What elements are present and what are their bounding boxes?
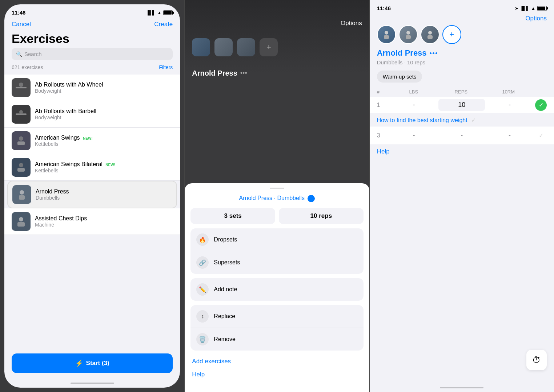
status-bar-1: 11:46 ▐▌▌ ▲ — [4, 4, 180, 18]
hint-row: How to find the best starting weight ✓ — [370, 114, 554, 127]
exercise-name-header: Arnold Press — [192, 69, 237, 77]
header-lbs: LBS — [390, 89, 437, 95]
dropsets-row[interactable]: 🔥 Dropsets — [190, 228, 363, 251]
exercise-thumb — [12, 105, 31, 124]
dropsets-icon: 🔥 — [196, 233, 209, 246]
replace-icon: ↕️ — [196, 310, 209, 323]
exercise-thumb — [12, 78, 31, 97]
three-dots-menu[interactable] — [430, 52, 437, 54]
create-button[interactable]: Create — [154, 21, 173, 28]
exercise-equipment: Dumbbells — [36, 195, 172, 201]
status-time-1: 11:46 — [12, 9, 25, 16]
add-exercises-button[interactable]: Add exercises — [185, 355, 369, 368]
sheet-title: Arnold Press · Dumbbells i — [185, 195, 369, 208]
add-note-label: Add note — [214, 286, 237, 293]
options-button-3[interactable]: Options — [525, 15, 547, 22]
warmup-sets-button[interactable]: Warm-up sets — [377, 71, 422, 83]
filters-button[interactable]: Filters — [159, 64, 173, 70]
new-badge: NEW! — [83, 136, 93, 140]
advanced-options-section: 🔥 Dropsets 🔗 Supersets — [190, 228, 363, 274]
add-media-button[interactable]: + — [260, 38, 278, 56]
exercise-equipment: Kettlebells — [35, 141, 173, 147]
sheet-handle — [270, 188, 284, 189]
list-item-selected[interactable]: Arnold Press Dumbbells — [7, 181, 177, 208]
svg-point-10 — [19, 217, 23, 221]
exercise-thumb — [12, 185, 31, 204]
list-item[interactable]: Ab Rollouts with Barbell Bodyweight — [4, 101, 180, 128]
svg-point-1 — [19, 83, 23, 87]
remove-row[interactable]: 🗑️ Remove — [190, 328, 363, 351]
svg-rect-11 — [17, 222, 25, 227]
svg-rect-15 — [406, 35, 411, 39]
exercise-thumb — [12, 158, 31, 177]
set-row-3: 3 - - - ✓ — [370, 127, 554, 144]
reps-button[interactable]: 10 reps — [279, 208, 364, 224]
cancel-button[interactable]: Cancel — [12, 21, 31, 28]
timer-button[interactable]: ⏱ — [526, 350, 547, 370]
add-note-row[interactable]: ✏️ Add note — [190, 278, 363, 301]
svg-rect-5 — [17, 141, 25, 145]
help-link[interactable]: Help — [370, 145, 554, 158]
set-reps[interactable]: 10 — [438, 99, 485, 111]
exercise-video-thumb-3[interactable] — [237, 38, 255, 56]
set-1rm: - — [486, 129, 533, 141]
page-title: Exercises — [4, 28, 180, 48]
set-lbs[interactable]: - — [391, 99, 437, 111]
svg-point-14 — [406, 31, 410, 35]
list-item[interactable]: American Swings NEW! Kettlebells — [4, 128, 180, 154]
set-row-1: 1 - 10 - ✓ — [370, 97, 554, 113]
complete-set-button[interactable]: ✓ — [535, 99, 547, 111]
exercise-avatar-1[interactable] — [377, 25, 396, 44]
exercise-info: American Swings Bilateral NEW! Kettlebel… — [35, 161, 173, 173]
hint-text[interactable]: How to find the best starting weight — [377, 117, 467, 123]
replace-row[interactable]: ↕️ Replace — [190, 305, 363, 328]
battery-icon — [163, 10, 173, 15]
exercise-info: Ab Rollouts with Barbell Bodyweight — [35, 108, 173, 120]
exercise-name: American Swings Bilateral NEW! — [35, 161, 173, 168]
search-placeholder: Search — [24, 51, 42, 57]
remove-icon: 🗑️ — [196, 333, 209, 345]
header-reps: REPS — [437, 89, 485, 95]
exercise-video-thumb-2[interactable] — [214, 38, 233, 56]
exercise-avatar-2[interactable] — [399, 25, 418, 44]
status-icons-3: ➤ ▐▌▌ ▲ — [515, 6, 547, 11]
exercise-video-thumb-1[interactable] — [192, 38, 210, 56]
exercise-equipment: Kettlebells — [35, 168, 173, 173]
sheet-equipment: Dumbbells — [277, 195, 305, 201]
exercise-title: Arnold Press — [377, 48, 427, 58]
complete-set-button[interactable]: ✓ — [535, 130, 547, 141]
supersets-row[interactable]: 🔗 Supersets — [190, 251, 363, 274]
status-icons-1: ▐▌▌ ▲ — [146, 10, 173, 15]
replace-remove-section: ↕️ Replace 🗑️ Remove — [190, 305, 363, 351]
dot-icon — [435, 52, 437, 54]
signal-icon: ▐▌▌ — [146, 10, 156, 15]
media-row: + — [370, 25, 554, 48]
set-1rm: - — [486, 99, 533, 111]
sets-button[interactable]: 3 sets — [190, 208, 275, 224]
help-button[interactable]: Help — [185, 368, 369, 381]
home-indicator-2 — [255, 387, 299, 388]
exercises-header: Cancel Create — [4, 18, 180, 28]
exercise-info: Assisted Chest Dips Machine — [35, 215, 173, 228]
more-options-icon[interactable]: ••• — [240, 69, 247, 77]
search-bar[interactable]: 🔍 Search — [12, 48, 173, 60]
options-button[interactable]: Options — [341, 20, 362, 27]
start-button[interactable]: ⚡ Start (3) — [12, 353, 173, 373]
dot-icon — [433, 52, 434, 54]
exercise-thumb — [12, 212, 31, 231]
set-lbs[interactable]: - — [391, 129, 437, 141]
list-item[interactable]: Ab Rollouts with Ab Wheel Bodyweight — [4, 75, 180, 101]
svg-point-6 — [19, 163, 23, 167]
exercise-info: American Swings NEW! Kettlebells — [35, 135, 173, 147]
list-item[interactable]: Assisted Chest Dips Machine — [4, 208, 180, 235]
location-icon: ➤ — [515, 6, 518, 11]
wifi-icon: ▲ — [157, 10, 161, 15]
add-media-button-3[interactable]: + — [442, 25, 461, 44]
exercise-info: Ab Rollouts with Ab Wheel Bodyweight — [35, 81, 173, 94]
search-icon: 🔍 — [16, 51, 22, 57]
set-reps[interactable]: - — [438, 129, 485, 141]
info-icon[interactable]: i — [308, 195, 315, 202]
exercise-avatar-3[interactable] — [421, 25, 439, 44]
panel-workout-detail: 11:46 ➤ ▐▌▌ ▲ Options — [370, 0, 554, 392]
list-item[interactable]: American Swings Bilateral NEW! Kettlebel… — [4, 154, 180, 181]
